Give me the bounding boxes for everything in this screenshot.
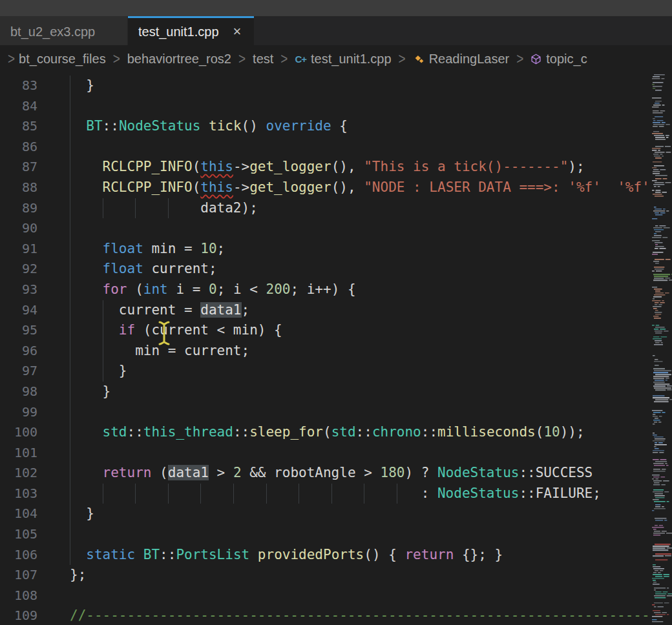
line-number: 103 bbox=[0, 484, 37, 504]
code-editor[interactable]: 83 }8485 BT::NodeStatus tick() override … bbox=[0, 72, 672, 625]
minimap[interactable] bbox=[651, 72, 672, 625]
line-number: 90 bbox=[0, 218, 37, 239]
breadcrumb-item-test_unit1.cpp[interactable]: C+test_unit1.cpp bbox=[295, 52, 391, 67]
breadcrumb-item-ReadingLaser[interactable]: ReadingLaser bbox=[413, 52, 510, 67]
code-token: (), bbox=[331, 179, 364, 195]
breadcrumb-item-topic_c[interactable]: topic_c bbox=[530, 52, 587, 67]
code-token: i = bbox=[168, 282, 209, 297]
code-token: 0 bbox=[209, 282, 217, 297]
tab-bt_u2_ex3.cpp[interactable]: bt_u2_ex3.cpp bbox=[0, 16, 127, 45]
code-token: data2); bbox=[70, 200, 258, 216]
code-token: ( bbox=[151, 465, 167, 480]
code-token: sleep_for bbox=[249, 424, 323, 440]
code-token: override bbox=[266, 118, 331, 134]
code-token: std bbox=[331, 424, 356, 440]
code-token bbox=[70, 118, 86, 134]
code-token: (current < min) { bbox=[135, 322, 282, 338]
code-token bbox=[70, 547, 86, 562]
chevron-right-icon: > bbox=[399, 50, 406, 68]
code-token: BT bbox=[143, 547, 160, 562]
line-number: 98 bbox=[0, 382, 37, 402]
code-token: :: bbox=[356, 424, 372, 440]
code-token: && robotAngle > bbox=[242, 465, 381, 480]
indent-guide bbox=[70, 178, 70, 198]
indent-guide bbox=[103, 198, 103, 219]
code-token: static bbox=[86, 547, 135, 562]
code-line: 93 for (int i = 0; i < 200; i++) { bbox=[0, 280, 672, 300]
code-token: :: bbox=[421, 424, 437, 440]
indent-guide bbox=[103, 341, 103, 362]
indent-guide bbox=[70, 545, 70, 566]
indent-guide bbox=[70, 463, 70, 484]
code-line: 89 data2); bbox=[0, 198, 672, 219]
code-token: float bbox=[103, 241, 143, 256]
editor-tab-bar: bt_u2_ex3.cpptest_unit1.cpp× bbox=[0, 16, 672, 45]
close-icon[interactable]: × bbox=[233, 25, 242, 38]
line-number: 94 bbox=[0, 300, 37, 321]
code-lines[interactable]: 83 }8485 BT::NodeStatus tick() override … bbox=[0, 76, 672, 625]
code-token: std bbox=[103, 424, 127, 440]
code-token bbox=[70, 159, 103, 174]
chevron-right-icon: > bbox=[113, 50, 120, 68]
line-number: 107 bbox=[0, 565, 37, 586]
indent-guide bbox=[233, 484, 234, 504]
line-number: 104 bbox=[0, 504, 37, 524]
code-line: 91 float min = 10; bbox=[0, 239, 672, 260]
indent-guide bbox=[135, 198, 136, 219]
code-line: 96 min = current; bbox=[0, 341, 672, 362]
code-token: 10 bbox=[543, 424, 560, 440]
code-token: get_logger bbox=[249, 159, 331, 174]
breadcrumb-label: test_unit1.cpp bbox=[311, 52, 392, 67]
code-token: ; i < bbox=[217, 282, 266, 297]
breadcrumb: >bt_course_files>behaviortree_ros2>test>… bbox=[0, 45, 672, 72]
line-number: 86 bbox=[0, 137, 37, 158]
line-number: 100 bbox=[0, 422, 37, 443]
code-line: 105 bbox=[0, 524, 672, 545]
code-token: current = bbox=[70, 302, 200, 318]
code-line: 98 } bbox=[0, 382, 672, 402]
code-token: current; bbox=[143, 261, 217, 276]
indent-guide bbox=[70, 320, 70, 341]
code-line: 84 bbox=[0, 96, 672, 117]
code-line: 106 static BT::PortsList providedPorts()… bbox=[0, 545, 672, 566]
indent-guide bbox=[103, 361, 103, 382]
code-line: 101 bbox=[0, 443, 672, 464]
code-token: ::FAILURE; bbox=[519, 486, 600, 501]
code-token: milliseconds bbox=[437, 424, 536, 440]
breadcrumb-item-behaviortree_ros2[interactable]: behaviortree_ros2 bbox=[127, 52, 231, 67]
code-token: } bbox=[70, 506, 94, 521]
code-line: 100 std::this_thread::sleep_for(std::chr… bbox=[0, 422, 672, 443]
line-number: 92 bbox=[0, 259, 37, 280]
indent-guide bbox=[70, 239, 70, 260]
code-token: 10 bbox=[200, 241, 216, 256]
highlighted-word: data1 bbox=[200, 302, 241, 318]
code-token: return bbox=[103, 465, 152, 480]
code-line: 92 float current; bbox=[0, 259, 672, 280]
code-token: min = current; bbox=[70, 343, 249, 358]
code-token: :: bbox=[160, 547, 176, 562]
indent-guide bbox=[70, 218, 70, 239]
breadcrumb-item-bt_course_files[interactable]: bt_course_files bbox=[19, 52, 106, 67]
line-number: 91 bbox=[0, 239, 37, 260]
code-token: 2 bbox=[233, 465, 242, 480]
breadcrumb-item-test[interactable]: test bbox=[253, 52, 273, 67]
code-line: 108 bbox=[0, 586, 672, 606]
indent-guide bbox=[70, 280, 70, 300]
code-token: :: bbox=[103, 118, 119, 134]
tab-label: test_unit1.cpp bbox=[138, 25, 219, 39]
indent-guide bbox=[299, 484, 299, 504]
code-line: 85 BT::NodeStatus tick() override { bbox=[0, 116, 672, 137]
chevron-right-icon: > bbox=[280, 50, 288, 68]
indent-guide bbox=[70, 504, 70, 524]
window-titlebar bbox=[0, 0, 672, 16]
code-token: chrono bbox=[372, 424, 421, 440]
code-line: 87 RCLCPP_INFO(this->get_logger(), "This… bbox=[0, 157, 672, 178]
code-token: }; bbox=[70, 567, 86, 582]
code-token: RCLCPP_INFO bbox=[103, 159, 193, 174]
tab-test_unit1.cpp[interactable]: test_unit1.cpp× bbox=[128, 16, 254, 45]
code-token: ( bbox=[193, 159, 201, 174]
indent-guide bbox=[364, 484, 364, 504]
line-number: 89 bbox=[0, 198, 37, 219]
code-token: () bbox=[242, 118, 266, 134]
code-token: tick bbox=[209, 118, 242, 134]
